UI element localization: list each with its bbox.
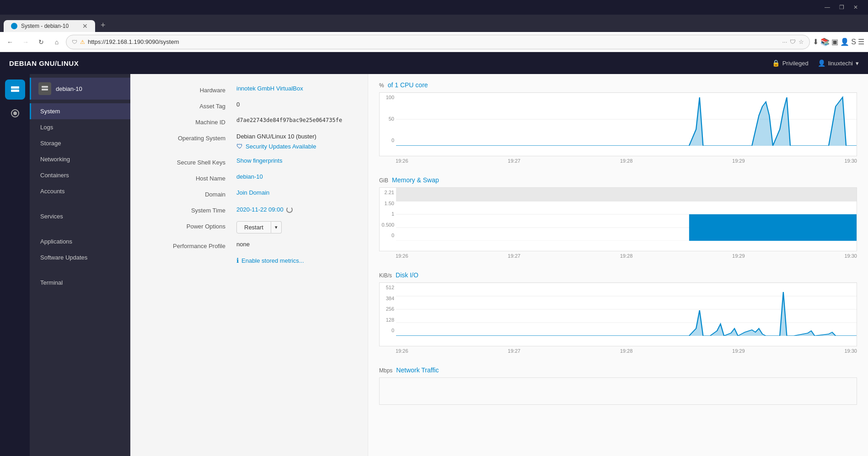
bookmark-icon[interactable]: ☆ — [798, 38, 804, 45]
disk-chart-header: KiB/s Disk I/O — [379, 271, 857, 279]
forward-btn[interactable]: → — [19, 36, 32, 48]
sidebar-item-containers-label: Containers — [40, 172, 69, 179]
tab-label: System - debian-10 — [21, 23, 69, 29]
sidebar-icon-palette[interactable] — [5, 103, 25, 123]
maximize-btn[interactable]: ❐ — [836, 3, 847, 11]
sidebar-item-services[interactable]: Services — [30, 208, 130, 224]
memory-y-axis: 2.21 1.50 1 0.500 0 — [380, 188, 396, 240]
system-time-link[interactable]: 2020-11-22 09:00 — [236, 206, 284, 213]
os-value: Debian GNU/Linux 10 (buster) — [236, 133, 353, 140]
sidebar-item-containers[interactable]: Containers — [30, 167, 130, 183]
nav-section: System Logs Storage Networking Container… — [30, 103, 130, 291]
svg-rect-15 — [689, 214, 857, 241]
show-fingerprints-link[interactable]: Show fingerprints — [236, 157, 282, 164]
bookmarks-icon[interactable]: 📚 — [820, 37, 830, 46]
app-body: debian-10 System Logs Storage Networking… — [0, 74, 868, 456]
account-icon[interactable]: 👤 — [840, 37, 849, 46]
memory-chart-section: GiB Memory & Swap 2.21 1.50 1 0.500 0 — [379, 176, 857, 260]
app-title: DEBIAN GNU/LINUX — [9, 59, 79, 67]
minimize-btn[interactable]: — — [822, 3, 833, 11]
browser-titlebar: — ❐ ✕ — [0, 0, 868, 15]
memory-chart-header: GiB Memory & Swap — [379, 176, 857, 184]
privileged-badge[interactable]: 🔒 Privileged — [772, 59, 809, 67]
power-options-value: Restart ▾ — [236, 221, 353, 233]
hardware-label: Hardware — [145, 85, 236, 94]
power-options-label: Power Options — [145, 221, 236, 233]
hostname-link[interactable]: debian-10 — [236, 173, 263, 180]
cpu-chart-section: % of 1 CPU core 100 50 0 — [379, 81, 857, 165]
machine-id-label: Machine ID — [145, 117, 236, 126]
os-label: Operating System — [145, 133, 236, 150]
enable-metrics-link[interactable]: ℹ Enable stored metrics... — [236, 257, 353, 264]
browser-navbar: ← → ↻ ⌂ 🛡 ⚠ https://192.168.1.190:9090/s… — [0, 32, 868, 52]
restart-dropdown-btn[interactable]: ▾ — [271, 221, 282, 233]
svg-rect-1 — [11, 90, 19, 92]
menu-dots-icon[interactable]: ··· — [782, 38, 787, 45]
hardware-link[interactable]: innotek GmbH VirtualBox — [236, 85, 303, 92]
user-name: linuxtechi — [828, 60, 853, 67]
back-btn[interactable]: ← — [4, 36, 16, 48]
cpu-chart-unit: % — [379, 82, 384, 89]
hostname-label: Host Name — [145, 173, 236, 182]
sidebar-item-accounts-label: Accounts — [40, 188, 64, 195]
sidebar-item-networking[interactable]: Networking — [30, 151, 130, 167]
server-name: debian-10 — [56, 85, 82, 92]
tab-group-icon[interactable]: ▣ — [831, 37, 838, 46]
memory-chart-svg — [396, 188, 857, 241]
sidebar-item-networking-label: Networking — [40, 156, 70, 163]
svg-rect-14 — [396, 188, 857, 201]
tab-close-btn[interactable]: ✕ — [82, 23, 88, 29]
system-info-grid: Hardware innotek GmbH VirtualBox Asset T… — [145, 85, 353, 264]
empty-label — [145, 257, 236, 264]
enable-metrics-text[interactable]: Enable stored metrics... — [241, 257, 304, 264]
home-btn[interactable]: ⌂ — [50, 36, 63, 48]
hardware-value: innotek GmbH VirtualBox — [236, 85, 353, 94]
sidebar-item-storage[interactable]: Storage — [30, 135, 130, 151]
info-icon: ℹ — [236, 257, 239, 264]
disk-y-axis: 512 384 256 128 0 — [380, 283, 396, 335]
asset-tag-label: Asset Tag — [145, 101, 236, 110]
address-text[interactable]: https://192.168.1.190:9090/system — [88, 38, 779, 45]
address-bar: 🛡 ⚠ https://192.168.1.190:9090/system ··… — [66, 35, 810, 49]
memory-chart-title: Memory & Swap — [392, 176, 439, 184]
header-right: 🔒 Privileged 👤 linuxtechi ▾ — [772, 59, 859, 67]
system-time-label: System Time — [145, 205, 236, 214]
sidebar-item-accounts[interactable]: Accounts — [30, 183, 130, 199]
security-updates-badge[interactable]: 🛡 Security Updates Available — [236, 143, 353, 150]
svg-rect-5 — [42, 89, 48, 90]
perf-profile-value: none — [236, 241, 353, 249]
network-chart-section: Mbps Network Traffic — [379, 366, 857, 405]
sidebar-item-storage-label: Storage — [40, 140, 61, 147]
sidebar-item-software-updates[interactable]: Software Updates — [30, 249, 130, 265]
reload-btn[interactable]: ↻ — [35, 36, 48, 48]
restart-button[interactable]: Restart — [236, 221, 271, 233]
memory-chart-unit: GiB — [379, 177, 388, 184]
extension-icon[interactable]: S — [851, 38, 856, 46]
close-btn[interactable]: ✕ — [851, 3, 861, 11]
user-badge[interactable]: 👤 linuxtechi ▾ — [818, 59, 859, 67]
sidebar-item-system[interactable]: System — [30, 103, 130, 119]
svg-point-3 — [13, 111, 17, 115]
active-tab[interactable]: System - debian-10 ✕ — [4, 20, 95, 32]
security-updates-link[interactable]: Security Updates Available — [246, 143, 316, 150]
privileged-label: Privileged — [782, 60, 809, 67]
join-domain-link[interactable]: Join Domain — [236, 189, 269, 196]
perf-profile-label: Performance Profile — [145, 241, 236, 249]
system-time-value: 2020-11-22 09:00 — [236, 205, 353, 214]
sidebar-icon-server[interactable] — [5, 80, 25, 100]
domain-value: Join Domain — [236, 189, 353, 198]
security-shield-icon: 🛡 — [236, 143, 243, 150]
hamburger-menu[interactable]: ☰ — [858, 37, 864, 46]
sidebar-outer — [0, 74, 30, 456]
sidebar-item-terminal[interactable]: Terminal — [30, 275, 130, 291]
app-header: DEBIAN GNU/LINUX 🔒 Privileged 👤 linuxtec… — [0, 52, 868, 74]
cpu-x-labels: 19:26 19:27 19:28 19:29 19:30 — [396, 156, 857, 165]
ssh-keys-value: Show fingerprints — [236, 157, 353, 166]
server-item[interactable]: debian-10 — [30, 78, 130, 100]
sidebar-item-applications[interactable]: Applications — [30, 233, 130, 249]
sidebar-item-logs-label: Logs — [40, 124, 53, 131]
sidebar-item-logs[interactable]: Logs — [30, 119, 130, 135]
download-icon[interactable]: ⬇ — [813, 37, 819, 46]
security-lock-icon: 🛡 — [72, 39, 77, 45]
new-tab-btn[interactable]: + — [97, 19, 109, 32]
